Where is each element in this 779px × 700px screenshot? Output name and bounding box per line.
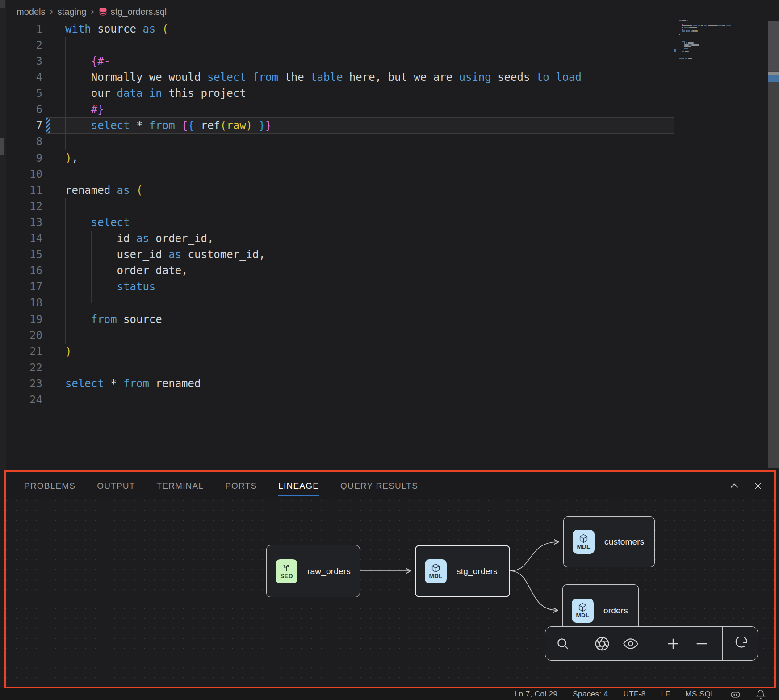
code-line-10[interactable]: 10	[0, 166, 674, 182]
breadcrumb-separator-icon: ›	[91, 7, 94, 16]
tab-terminal[interactable]: TERMINAL	[157, 472, 204, 499]
dbt-database-icon	[99, 7, 107, 16]
minimap-line	[682, 24, 683, 25]
minimap-line	[689, 27, 697, 29]
code-line-14[interactable]: 14 id as order_id,	[0, 231, 674, 247]
code-line-20[interactable]: 20	[0, 327, 674, 344]
eol-setting[interactable]: LF	[661, 690, 670, 699]
aperture-icon[interactable]	[595, 636, 610, 651]
indentation-setting[interactable]: Spaces: 4	[573, 690, 608, 699]
tab-lineage[interactable]: LINEAGE	[278, 472, 319, 499]
code-line-7[interactable]: 7 select * from {{ ref(raw) }}	[0, 117, 674, 134]
lineage-node-raw-orders[interactable]: SED raw_orders	[266, 545, 360, 597]
cursor-position[interactable]: Ln 7, Col 29	[515, 690, 557, 699]
minimap-line	[682, 27, 683, 29]
code-line-8[interactable]: 8	[0, 134, 674, 150]
lineage-node-customers[interactable]: MDL customers	[563, 516, 655, 567]
language-mode[interactable]: MS SQL	[685, 690, 715, 699]
minimap-line	[722, 25, 725, 27]
minimap-line	[679, 55, 679, 56]
code-line-18[interactable]: 18	[0, 295, 674, 311]
lineage-node-stg-orders[interactable]: MDL stg_orders	[415, 545, 510, 597]
line-number: 2	[0, 37, 42, 53]
minimap-line	[684, 42, 686, 44]
minimap-line	[691, 44, 699, 46]
code-text: )	[65, 344, 71, 360]
code-line-5[interactable]: 5 our data in this project	[0, 85, 674, 101]
code-line-13[interactable]: 13 select	[0, 214, 674, 231]
code-line-23[interactable]: 23select * from renamed	[0, 376, 674, 392]
minimap-line	[684, 46, 691, 47]
minimap-line	[686, 30, 687, 32]
tab-output[interactable]: OUTPUT	[97, 472, 135, 499]
close-icon[interactable]	[753, 481, 763, 491]
code-line-22[interactable]: 22	[0, 360, 674, 376]
code-line-12[interactable]: 12	[0, 198, 674, 214]
search-icon[interactable]	[556, 637, 570, 651]
vscode-window: models › staging › stg_orders.sql	[0, 0, 779, 700]
copilot-icon[interactable]	[730, 689, 741, 700]
minimap-line	[686, 38, 687, 39]
line-number: 12	[0, 198, 42, 214]
chevron-up-icon[interactable]	[729, 480, 740, 492]
zoom-in-icon[interactable]	[666, 636, 681, 651]
breadcrumb-separator-icon: ›	[50, 7, 53, 16]
tab-problems[interactable]: PROBLEMS	[24, 472, 75, 499]
minimap-line	[684, 44, 689, 46]
code-line-16[interactable]: 16 order_date,	[0, 263, 674, 279]
lineage-canvas[interactable]: SED raw_orders MDL stg_orders	[6, 499, 774, 687]
breadcrumb-item-models[interactable]: models	[17, 7, 45, 17]
breadcrumb-item-staging[interactable]: staging	[58, 7, 87, 17]
code-line-4[interactable]: 4 Normally we would select from the tabl…	[0, 69, 674, 85]
line-number: 14	[0, 231, 42, 247]
line-number: 16	[0, 263, 42, 279]
code-text: select * from {{ ref(raw) }}	[65, 117, 272, 134]
notifications-bell-icon[interactable]	[756, 689, 766, 699]
code-text: with source as (	[65, 21, 168, 37]
minimap-line	[684, 38, 686, 39]
code-area[interactable]: 1with source as (23 {#-4 Normally we wou…	[0, 19, 779, 470]
code-line-1[interactable]: 1with source as (	[0, 21, 674, 37]
code-text: id as order_id,	[65, 231, 214, 247]
minimap-line	[688, 58, 692, 59]
model-cube-icon	[431, 563, 440, 573]
tab-query-results[interactable]: QUERY RESULTS	[340, 472, 418, 499]
line-number: 5	[0, 85, 42, 101]
seed-badge: SED	[276, 559, 297, 583]
zoom-out-icon[interactable]	[694, 636, 709, 651]
code-line-11[interactable]: 11renamed as (	[0, 182, 674, 198]
line-number: 20	[0, 327, 42, 344]
line-number: 15	[0, 247, 42, 263]
minimap[interactable]	[674, 18, 768, 69]
overview-ruler-modified-marker	[768, 75, 779, 82]
scrollbar-slider[interactable]	[768, 21, 779, 71]
line-number: 23	[0, 376, 42, 392]
encoding-setting[interactable]: UTF-8	[624, 690, 646, 699]
minimap-line	[684, 27, 687, 29]
scrollbar[interactable]	[768, 21, 779, 468]
seed-sprout-icon	[282, 563, 291, 573]
code-line-17[interactable]: 17 status	[0, 279, 674, 295]
code-line-6[interactable]: 6 #}	[0, 101, 674, 117]
breadcrumb-file[interactable]: stg_orders.sql	[99, 7, 167, 17]
tab-ports[interactable]: PORTS	[225, 472, 257, 499]
code-line-9[interactable]: 9),	[0, 150, 674, 166]
minimap-line	[687, 20, 688, 21]
code-line-2[interactable]: 2	[0, 37, 674, 53]
model-cube-icon	[578, 603, 587, 612]
code-text: user_id as customer_id,	[65, 247, 265, 263]
minimap-line	[726, 25, 728, 27]
eye-icon[interactable]	[623, 636, 638, 651]
code-line-24[interactable]: 24	[0, 392, 674, 408]
code-line-19[interactable]: 19 from source	[0, 311, 674, 327]
code-line-15[interactable]: 15 user_id as customer_id,	[0, 247, 674, 263]
line-number: 1	[0, 21, 42, 37]
code-line-3[interactable]: 3 {#-	[0, 53, 674, 69]
line-number: 21	[0, 344, 42, 360]
refresh-icon[interactable]	[733, 637, 747, 651]
breadcrumb-filename: stg_orders.sql	[111, 7, 167, 17]
badge-label: SED	[280, 573, 293, 579]
model-badge: MDL	[425, 559, 447, 583]
minimap-line	[685, 51, 689, 53]
code-line-21[interactable]: 21)	[0, 344, 674, 360]
